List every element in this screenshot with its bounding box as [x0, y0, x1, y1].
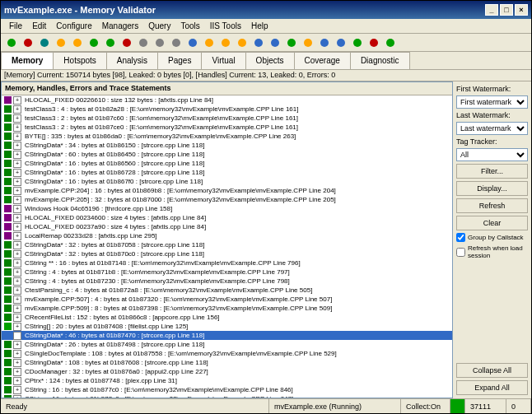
- expand-icon[interactable]: +: [13, 314, 21, 322]
- menu-help[interactable]: Help: [246, 20, 273, 32]
- yes-icon[interactable]: [350, 35, 365, 50]
- halt-icon[interactable]: [119, 35, 134, 50]
- list-row[interactable]: +CString ** : 16 : bytes at 01b87148 : […: [2, 258, 452, 267]
- bookmark-icon[interactable]: [185, 35, 200, 50]
- go-icon[interactable]: [86, 35, 101, 50]
- list-row[interactable]: +CSingleDocTemplate : 108 : bytes at 01b…: [2, 349, 452, 358]
- list-row[interactable]: +CDocManager : 32 : bytes at 01b876a0 : …: [2, 367, 452, 376]
- expand-icon[interactable]: +: [13, 295, 21, 304]
- list-row[interactable]: +CString : 16 : bytes at 01b877a8 : [E:\…: [2, 394, 452, 398]
- list-row[interactable]: +HLOCAL_FIXED 00226610 : size 132 bytes …: [2, 95, 452, 105]
- menu-tools[interactable]: Tools: [175, 20, 204, 32]
- display-button[interactable]: Display...: [456, 181, 528, 196]
- expand-icon[interactable]: +: [13, 160, 21, 168]
- list-row[interactable]: +CStringData* : 16 : bytes at 01b86728 :…: [2, 168, 452, 177]
- expand-icon[interactable]: +: [13, 368, 21, 376]
- tab-virtual[interactable]: Virtual: [201, 52, 245, 69]
- list-row[interactable]: +CString : 4 : bytes at 01b87230 : [E:\o…: [2, 277, 452, 286]
- reload-icon[interactable]: [103, 35, 118, 50]
- menu-file[interactable]: File: [4, 20, 27, 32]
- menu-managers[interactable]: Managers: [97, 20, 143, 32]
- tab-objects[interactable]: Objects: [245, 52, 295, 69]
- list-row[interactable]: +Windows Hook 04c65196 : [thrdcore.cpp L…: [2, 204, 452, 213]
- maximize-button[interactable]: □: [500, 4, 513, 16]
- tag1-icon[interactable]: [202, 35, 217, 50]
- nav2-icon[interactable]: [268, 35, 282, 50]
- expand-icon[interactable]: +: [13, 151, 21, 159]
- tag2-icon[interactable]: [218, 35, 233, 50]
- tool1-icon[interactable]: [136, 35, 151, 50]
- conn1-icon[interactable]: [317, 35, 332, 50]
- list-row[interactable]: +mvExample.CPP:509] : 8 : bytes at 01b87…: [2, 304, 452, 313]
- list-row[interactable]: +CStringData* : 32 : bytes at 01b87058 :…: [2, 240, 452, 249]
- nav1-icon[interactable]: [251, 35, 266, 50]
- menu-query[interactable]: Query: [143, 20, 175, 32]
- conn2-icon[interactable]: [334, 35, 348, 50]
- play-icon[interactable]: [4, 35, 19, 50]
- expand-all-button[interactable]: Expand All: [456, 380, 528, 395]
- list-row[interactable]: +CStringData* : 16 : bytes at 01b86560 :…: [2, 159, 452, 168]
- expand-icon[interactable]: +: [13, 205, 21, 213]
- list-row[interactable]: +testClass3 : 4 : bytes at 01b82a28 : [E…: [2, 105, 452, 114]
- refresh-button[interactable]: Refresh: [456, 198, 528, 213]
- list-row[interactable]: +CRecentFileList : 152 : bytes at 01b866…: [2, 313, 452, 322]
- expand-icon[interactable]: +: [13, 187, 21, 195]
- warn-icon[interactable]: [301, 35, 315, 50]
- expand-icon[interactable]: +: [13, 96, 21, 105]
- refresh-load-checkbox[interactable]: Refresh when load session: [456, 244, 528, 259]
- menu-edit[interactable]: Edit: [27, 20, 51, 32]
- tab-memory[interactable]: Memory: [1, 52, 54, 69]
- expand-icon[interactable]: +: [13, 214, 21, 222]
- list-row[interactable]: +HLOCAL_FIXED 00234600 : size 4 bytes : …: [2, 213, 452, 222]
- list-row[interactable]: +CStringData* : 108 : bytes at 01b87608 …: [2, 358, 452, 367]
- list-row[interactable]: +mvExample.CPP:205] : 32 : bytes at 01b8…: [2, 195, 452, 204]
- expand-icon[interactable]: +: [13, 377, 21, 385]
- list-row[interactable]: +CtestParsing_c : 4 : bytes at 01b872a8 …: [2, 286, 452, 295]
- expand-icon[interactable]: +: [13, 114, 21, 123]
- right-icon[interactable]: [70, 35, 85, 50]
- refresh-icon[interactable]: [37, 35, 52, 50]
- list-body[interactable]: +HLOCAL_FIXED 00226610 : size 132 bytes …: [2, 95, 452, 398]
- first-watermark-select[interactable]: First watermark: [456, 95, 528, 109]
- expand-icon[interactable]: +: [13, 105, 21, 114]
- no-icon[interactable]: [366, 35, 381, 50]
- expand-icon[interactable]: +: [13, 359, 21, 367]
- clear-button[interactable]: Clear: [456, 216, 528, 230]
- list-row[interactable]: +HLOCAL_FIXED 00237a90 : size 4 bytes : …: [2, 222, 452, 231]
- expand-icon[interactable]: +: [13, 250, 21, 258]
- expand-icon[interactable]: +: [13, 169, 21, 177]
- expand-icon[interactable]: +: [13, 241, 21, 249]
- list-row[interactable]: +CString : 16 : bytes at 01b877c0 : [E:\…: [2, 385, 452, 394]
- expand-icon[interactable]: +: [13, 123, 21, 132]
- expand-icon[interactable]: +: [13, 386, 21, 394]
- expand-icon[interactable]: +: [13, 350, 21, 358]
- expand-icon[interactable]: +: [13, 232, 21, 240]
- expand-icon[interactable]: +: [13, 196, 21, 204]
- minimize-button[interactable]: _: [485, 4, 498, 16]
- list-row[interactable]: +CString : 4 : bytes at 01b871b8 : [E:\o…: [2, 267, 452, 277]
- left-icon[interactable]: [54, 35, 68, 50]
- list-row[interactable]: +CString[] : 20 : bytes at 01b87408 : [f…: [2, 322, 452, 331]
- expand-icon[interactable]: +: [13, 268, 21, 277]
- run-icon[interactable]: [383, 35, 398, 50]
- tag3-icon[interactable]: [235, 35, 250, 50]
- list-row[interactable]: +CStringData* : 26 : bytes at 01b87498 :…: [2, 340, 452, 349]
- collapse-all-button[interactable]: Collapse All: [456, 363, 528, 378]
- list-row[interactable]: +mvExample.CPP:204] : 16 : bytes at 01b8…: [2, 186, 452, 195]
- list-row[interactable]: +LocalRemap 00233d28 : [afxtls.cpp Line …: [2, 231, 452, 240]
- expand-icon[interactable]: +: [13, 223, 21, 231]
- list-row[interactable]: +CStringData* : 60 : bytes at 01b86450 :…: [2, 150, 452, 159]
- expand-icon[interactable]: +: [13, 142, 21, 150]
- expand-icon[interactable]: +: [13, 133, 21, 141]
- stop-icon[interactable]: [21, 35, 35, 50]
- expand-icon[interactable]: +: [13, 323, 21, 331]
- close-button[interactable]: ×: [515, 4, 528, 16]
- list-row[interactable]: +CStringData* : 16 : bytes at 01b867f0 :…: [2, 177, 452, 186]
- tab-diagnostic[interactable]: Diagnostic: [350, 52, 410, 69]
- tab-pages[interactable]: Pages: [157, 52, 202, 69]
- list-row[interactable]: +mvExample.CPP:507] : 4 : bytes at 01b87…: [2, 295, 452, 304]
- list-row[interactable]: +testClass3 : 2 : bytes at 01b87ce0 : [E…: [2, 123, 452, 132]
- tool2-icon[interactable]: [152, 35, 167, 50]
- last-watermark-select[interactable]: Last watermark: [456, 122, 528, 135]
- tab-coverage[interactable]: Coverage: [294, 52, 351, 69]
